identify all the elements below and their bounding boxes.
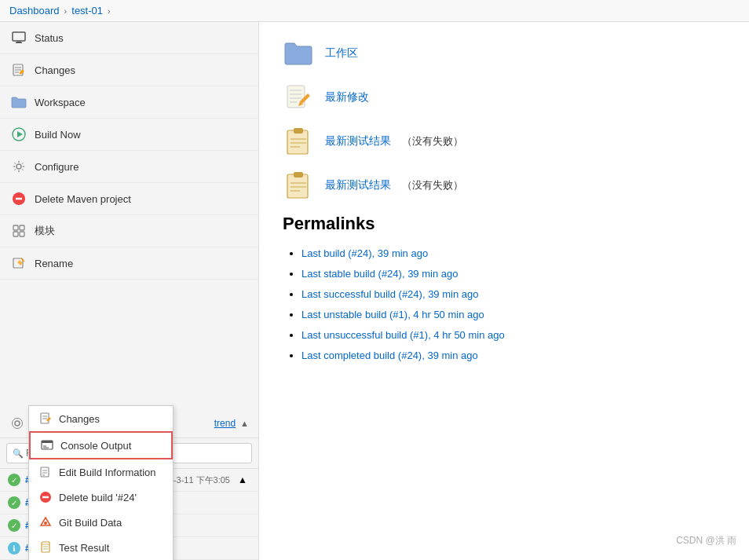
- sidebar-item-changes[interactable]: Changes: [0, 54, 258, 86]
- pencil-icon: [11, 62, 27, 78]
- svg-rect-43: [287, 130, 308, 154]
- svg-rect-2: [16, 42, 22, 43]
- collapse-icon[interactable]: ▲: [240, 419, 249, 428]
- permalink-last-stable[interactable]: Last stable build (#24), 39 min ago: [301, 268, 458, 280]
- build-status-success-icon: ✓: [8, 474, 20, 486]
- test-result-row-2: 最新测试结果 （没有失败）: [283, 170, 725, 201]
- sidebar-item-build-now-label: Build Now: [35, 129, 81, 141]
- svg-rect-44: [294, 128, 303, 134]
- context-menu-console-output[interactable]: Console Output: [29, 431, 173, 459]
- sidebar-item-status[interactable]: Status: [0, 22, 258, 54]
- permalink-last-successful[interactable]: Last successful build (#24), 39 min ago: [301, 288, 478, 300]
- pencil-doc-icon: [283, 82, 314, 113]
- main-content: 工作区 最新修改 最新测试结果 （没有失败） 最新测试结果 （没有失败）: [259, 22, 749, 560]
- svg-rect-16: [20, 232, 24, 236]
- permalink-last-unstable[interactable]: Last unstable build (#1), 4 hr 50 min ag…: [301, 309, 484, 320]
- watermark: CSDN @洪 雨: [676, 534, 736, 547]
- changes-row: 最新修改: [283, 82, 725, 113]
- context-menu-delete-build[interactable]: Delete build '#24': [29, 485, 173, 510]
- permalink-last-build[interactable]: Last build (#24), 39 min ago: [301, 247, 428, 259]
- build-status-success-icon-23: ✓: [8, 496, 20, 509]
- sidebar-item-workspace-label: Workspace: [35, 97, 86, 108]
- test-result-extra-1: （没有失败）: [402, 134, 463, 148]
- context-menu-edit-build-info[interactable]: Edit Build Information: [29, 459, 173, 485]
- context-console-label: Console Output: [60, 440, 131, 452]
- folder-blue-icon: [283, 38, 314, 69]
- list-item: Last stable build (#24), 39 min ago: [301, 264, 725, 284]
- svg-rect-20: [41, 413, 49, 423]
- test-result-link-1[interactable]: 最新测试结果: [325, 134, 391, 148]
- svg-point-18: [15, 421, 20, 426]
- svg-rect-48: [287, 174, 308, 198]
- context-menu-test-result[interactable]: Test Result: [29, 535, 173, 560]
- permalinks-list: Last build (#24), 39 min ago Last stable…: [283, 243, 725, 366]
- svg-rect-15: [13, 232, 18, 236]
- permalink-last-completed[interactable]: Last completed build (#24), 39 min ago: [301, 350, 478, 361]
- workspace-link[interactable]: 工作区: [325, 46, 358, 60]
- context-git-label: Git Build Data: [59, 517, 122, 529]
- workspace-row: 工作区: [283, 38, 725, 69]
- svg-rect-35: [42, 542, 49, 552]
- context-menu-changes[interactable]: Changes: [29, 406, 173, 431]
- context-delete-label: Delete build '#24': [59, 492, 137, 503]
- sidebar-item-workspace[interactable]: Workspace: [0, 86, 258, 119]
- edit-icon: [38, 465, 53, 479]
- project-link[interactable]: test-01: [71, 5, 103, 16]
- dashboard-link[interactable]: Dashboard: [9, 5, 60, 16]
- build-history-gear-icon: [9, 415, 25, 431]
- context-changes-label: Changes: [59, 413, 100, 425]
- sidebar-item-build-now[interactable]: Build Now: [0, 119, 258, 151]
- gear-icon: [11, 159, 27, 174]
- svg-point-19: [13, 419, 23, 429]
- sidebar-item-delete-label: Delete Maven project: [35, 193, 131, 205]
- sidebar-item-delete[interactable]: Delete Maven project: [0, 183, 258, 215]
- sidebar-item-modules-label: 模块: [35, 224, 55, 238]
- sidebar-item-changes-label: Changes: [35, 64, 75, 76]
- svg-rect-24: [42, 441, 53, 443]
- console-icon: [40, 438, 54, 452]
- svg-rect-14: [20, 225, 24, 230]
- permalink-last-unsuccessful[interactable]: Last unsuccessful build (#1), 4 hr 50 mi…: [301, 329, 505, 341]
- context-menu: Changes Console Output Edit Build Inform…: [28, 405, 174, 560]
- search-icon: 🔍: [13, 448, 24, 459]
- monitor-icon: [11, 30, 27, 46]
- test-result-link-2[interactable]: 最新测试结果: [325, 178, 391, 192]
- changes-link[interactable]: 最新修改: [325, 90, 369, 104]
- trend-link[interactable]: trend: [214, 418, 236, 429]
- svg-point-34: [44, 522, 47, 525]
- delete-build-icon: [38, 490, 53, 504]
- permalinks-section: Permalinks Last build (#24), 39 min ago …: [283, 214, 725, 366]
- rename-icon: [11, 255, 27, 271]
- clipboard2-icon: [283, 170, 314, 201]
- sidebar-item-rename[interactable]: Rename: [0, 247, 258, 280]
- module-icon: [11, 223, 27, 239]
- list-item: Last unstable build (#1), 4 hr 50 min ag…: [301, 305, 725, 325]
- svg-rect-0: [13, 32, 25, 41]
- list-item: Last completed build (#24), 39 min ago: [301, 346, 725, 366]
- context-test-label: Test Result: [59, 542, 109, 554]
- sidebar-item-status-label: Status: [35, 32, 64, 44]
- sidebar-item-configure-label: Configure: [35, 161, 79, 173]
- build-expand-icon[interactable]: ▲: [235, 474, 250, 485]
- test-result-row-1: 最新测试结果 （没有失败）: [283, 126, 725, 157]
- clipboard-icon: [283, 126, 314, 157]
- build-status-success-icon-22: ✓: [8, 519, 20, 532]
- list-item: Last build (#24), 39 min ago: [301, 243, 725, 264]
- folder-icon: [11, 94, 27, 110]
- git-icon: [38, 515, 53, 529]
- sidebar-item-configure[interactable]: Configure: [0, 151, 258, 183]
- context-menu-git-build[interactable]: Git Build Data: [29, 510, 173, 535]
- build-status-info-icon-1: ℹ: [8, 542, 20, 555]
- svg-rect-49: [294, 172, 303, 178]
- context-changes-icon: [38, 412, 53, 426]
- context-edit-label: Edit Build Information: [59, 467, 156, 478]
- svg-point-10: [16, 164, 21, 169]
- list-item: Last unsuccessful build (#1), 4 hr 50 mi…: [301, 325, 725, 346]
- breadcrumb-separator: ›: [64, 6, 68, 16]
- delete-icon: [11, 191, 27, 207]
- sidebar-item-modules[interactable]: 模块: [0, 215, 258, 247]
- svg-marker-9: [17, 131, 23, 137]
- list-item: Last successful build (#24), 39 min ago: [301, 284, 725, 305]
- svg-rect-13: [13, 225, 18, 230]
- breadcrumb: Dashboard › test-01 ›: [0, 0, 749, 22]
